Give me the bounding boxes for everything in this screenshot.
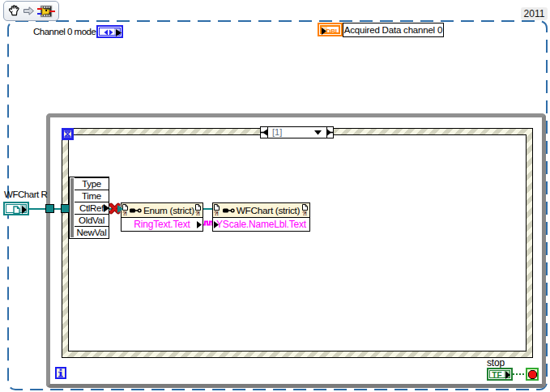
- property-node-wfchart[interactable]: ?! WFChart (strict) ?! YScale.NameLbl.Te…: [212, 202, 310, 232]
- ctlref-output-arrow-icon: [104, 204, 109, 212]
- dbl-terminal-face: DBL: [320, 25, 340, 34]
- refnum-page-icon: [13, 206, 20, 215]
- property-node-class-name: Enum (strict): [143, 205, 194, 216]
- event-selector-prev-button[interactable]: [261, 127, 268, 138]
- acquired-data-label[interactable]: Acquired Data channel 0: [343, 23, 444, 37]
- event-case-label: [1]: [272, 127, 282, 138]
- wfchart-ref-label[interactable]: WFChart R: [4, 190, 47, 200]
- event-selector-next-button[interactable]: [326, 127, 333, 138]
- tf-terminal-text: TF: [490, 371, 504, 377]
- reference-corner-left: ?!: [122, 204, 129, 216]
- event-data-field-newval[interactable]: NewVal: [75, 226, 109, 238]
- field-label: OldVal: [79, 215, 104, 225]
- error-terminal-glyph: ?!: [302, 211, 306, 216]
- case-dropdown-icon[interactable]: [314, 130, 322, 135]
- acquired-data-dbl-terminal[interactable]: DBL: [318, 23, 343, 36]
- property-item-ringtext[interactable]: RingText.Text: [122, 218, 203, 231]
- loop-condition-terminal[interactable]: [526, 368, 539, 381]
- wfchart-refnum-terminal[interactable]: [3, 202, 29, 215]
- reference-corner-right: ?!: [302, 204, 309, 216]
- event-data-field-time[interactable]: Time: [75, 190, 109, 202]
- event-data-field-oldval[interactable]: OldVal: [75, 214, 109, 226]
- event-data-node-bar: [70, 178, 74, 237]
- property-node-class-name: WFChart (strict): [237, 205, 300, 216]
- stop-boolean-terminal[interactable]: TF: [487, 368, 513, 381]
- while-loop-tunnel[interactable]: [46, 205, 54, 213]
- tf-terminal-face: TF: [489, 370, 510, 378]
- error-terminal-glyph: ?!: [195, 211, 199, 216]
- property-name: YScale.NameLbl.Text: [216, 219, 306, 230]
- channel-mode-enum-terminal[interactable]: [96, 25, 123, 38]
- labview-block-diagram-snippet: [1] Type Time CtlRef OldVal NewVal: [0, 0, 550, 392]
- prev-case-arrow-icon: [261, 129, 267, 136]
- field-label: Time: [82, 191, 101, 201]
- field-label: Type: [82, 179, 101, 189]
- event-data-node[interactable]: Type Time CtlRef OldVal NewVal: [69, 177, 109, 239]
- stop-sign-icon: [528, 370, 537, 379]
- property-name: RingText.Text: [134, 219, 190, 230]
- iteration-i-icon: [57, 369, 65, 377]
- hand-tool-icon: [7, 4, 20, 18]
- enum-terminal-face: [99, 28, 121, 36]
- property-node-wfchart-header: ?! WFChart (strict) ?!: [213, 203, 309, 218]
- reference-corner-left: ?!: [214, 204, 220, 216]
- dbl-terminal-text: DBL: [326, 27, 339, 32]
- refnum-terminal-face: [6, 204, 27, 213]
- tf-output-arrow-icon: [505, 371, 510, 379]
- next-case-arrow-icon: [327, 129, 333, 136]
- reference-corner-right: ?!: [195, 204, 202, 216]
- enum-increment-decrement-icon: [103, 29, 114, 36]
- enum-output-arrow-icon: [116, 29, 122, 36]
- property-write-arrow-icon: [214, 221, 219, 228]
- labview-version-badge: 2011: [521, 7, 548, 20]
- property-read-arrow-icon: [197, 221, 202, 228]
- channel-mode-label[interactable]: Channel 0 mode: [33, 27, 96, 37]
- property-item-yscale[interactable]: YScale.NameLbl.Text: [213, 218, 309, 231]
- class-refnum-icon: [223, 207, 235, 214]
- property-node-enum[interactable]: ?! Enum (strict) ?! RingText.Text: [121, 202, 203, 232]
- event-timeout-terminal[interactable]: [62, 128, 74, 140]
- event-selector-case[interactable]: [1]: [268, 127, 326, 138]
- loop-iteration-terminal[interactable]: i: [55, 367, 66, 379]
- field-label: NewVal: [77, 228, 107, 237]
- event-selector: [1]: [260, 126, 334, 138]
- field-label: CtlRef: [79, 203, 104, 213]
- error-terminal-glyph: ?!: [214, 211, 218, 216]
- refnum-output-arrow-icon: [22, 206, 27, 214]
- snippet-toolbar-tab: [3, 1, 59, 21]
- event-data-field-ctlref[interactable]: CtlRef: [75, 202, 109, 214]
- vi-snippet-icon: [37, 5, 55, 18]
- drag-arrow-icon: [23, 6, 34, 15]
- event-structure-tunnel[interactable]: [62, 205, 70, 213]
- hourglass-icon: [64, 130, 71, 138]
- class-refnum-icon: [130, 207, 142, 214]
- property-node-enum-header: ?! Enum (strict) ?!: [122, 203, 203, 218]
- event-data-field-type[interactable]: Type: [75, 177, 109, 190]
- refnum-wire-arrowhead: [117, 205, 123, 213]
